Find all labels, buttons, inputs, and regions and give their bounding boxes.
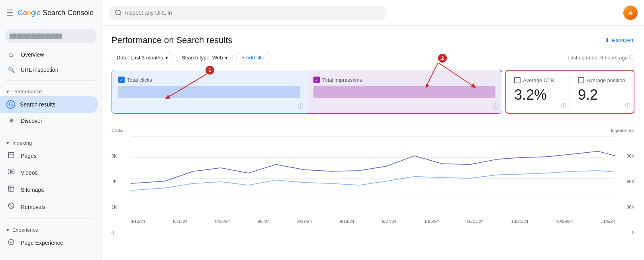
google-g-icon: G	[6, 100, 15, 109]
property-selector[interactable]: ▓▓▓▓▓▓▓▓▓▓▓▓▓▓▓	[5, 29, 97, 43]
page-header: Performance on Search results ⬇ EXPORT	[112, 35, 634, 45]
export-label: EXPORT	[612, 37, 634, 43]
performance-section-header[interactable]: ▾ Performance	[0, 84, 102, 96]
metric-card-position: Average position 9.2 ⓘ	[570, 71, 634, 113]
hamburger-icon[interactable]: ☰	[6, 8, 14, 18]
chart-svg-container	[131, 120, 615, 217]
y-axis-right: Impressions 90K 60K 30K 0	[611, 128, 634, 235]
position-label: Average position	[587, 77, 625, 83]
sidebar-item-label: URL inspection	[21, 67, 58, 73]
divider-3	[6, 219, 95, 219]
total-impressions-checkbox[interactable]: ✓	[313, 77, 320, 83]
sidebar-item-page-experience[interactable]: Page Experience	[0, 234, 98, 251]
y-left-val-0: 0	[112, 230, 123, 235]
divider	[6, 80, 95, 81]
main-content: A Performance on Search results ⬇ EXPORT…	[102, 0, 644, 260]
sidebar-item-sitemaps[interactable]: Sitemaps	[0, 181, 98, 198]
x-label-2: 8/26/24	[215, 219, 230, 224]
filters-row: Date: Last 3 months ▾ Search type: Web ▾…	[112, 52, 634, 63]
total-impressions-label: Total impressions	[322, 77, 362, 83]
export-button[interactable]: ⬇ EXPORT	[605, 37, 634, 43]
position-checkbox[interactable]	[578, 77, 584, 83]
sitemaps-icon	[6, 185, 16, 194]
svg-point-9	[8, 239, 14, 245]
svg-line-8	[9, 204, 14, 208]
last-updated-text: Last updated: 6 hours ago	[568, 55, 628, 61]
x-axis-labels: 8/10/24 8/18/24 8/26/24 9/3/24 9/11/24 9…	[131, 219, 615, 224]
annotation-badge-1: 1	[206, 66, 214, 75]
sidebar-item-label: Sitemaps	[21, 187, 44, 193]
add-filter-label: + Add filter	[241, 55, 266, 61]
indexing-section-header[interactable]: ▾ Indexing	[0, 135, 102, 148]
add-filter-button[interactable]: + Add filter	[236, 52, 271, 63]
badge-2: 2	[438, 54, 447, 63]
y-right-0: 0	[611, 230, 634, 235]
sidebar-item-label: Search results	[20, 101, 55, 108]
sidebar-item-removals[interactable]: Removals	[0, 198, 98, 215]
url-search-input[interactable]	[125, 10, 381, 16]
x-label-7: 10/5/24	[424, 219, 439, 224]
annotation-badge-2: 2	[438, 54, 447, 63]
page-title: Performance on Search results	[112, 35, 232, 45]
removals-icon	[6, 202, 16, 211]
y-right-60k: 60K	[611, 179, 634, 184]
app-logo: Google Search Console	[18, 9, 94, 17]
home-icon: ⌂	[6, 50, 16, 59]
annotation-arrow-1	[163, 74, 211, 106]
experience-section-header[interactable]: ▾ Experience	[0, 222, 102, 234]
y-left-val-3k: 3K	[112, 154, 123, 158]
y-left-val-2k: 2K	[112, 179, 123, 184]
x-label-4: 9/11/24	[298, 219, 312, 224]
total-impressions-info-icon[interactable]: ⓘ	[493, 103, 499, 110]
svg-marker-3	[11, 170, 13, 173]
sidebar-item-url-inspection[interactable]: 🔍 URL inspection	[0, 63, 98, 77]
total-clicks-info-icon[interactable]: ⓘ	[298, 103, 303, 110]
last-updated: Last updated: 6 hours ago ⓘ	[568, 54, 634, 61]
total-clicks-checkbox[interactable]: ✓	[118, 77, 125, 83]
x-label-5: 9/19/24	[340, 219, 354, 224]
svg-point-10	[115, 10, 120, 15]
date-filter[interactable]: Date: Last 3 months ▾	[112, 52, 173, 63]
search-bar[interactable]	[108, 6, 387, 20]
sidebar-header: ☰ Google Search Console	[0, 0, 102, 26]
search-icon	[115, 9, 122, 16]
svg-rect-4	[8, 186, 14, 191]
top-bar: A	[102, 0, 644, 26]
y-right-30k: 30K	[611, 205, 634, 209]
chevron-down-icon: ▾	[225, 55, 228, 61]
metrics-section: 1 2	[112, 70, 634, 114]
y-left-val-1k: 1K	[112, 205, 123, 209]
chart-container: Clicks 3K 2K 1K 0 Impressions 90K 60K 30…	[112, 120, 634, 224]
x-label-9: 10/21/24	[511, 219, 529, 224]
section-label: Performance	[12, 89, 42, 95]
position-info-icon[interactable]: ⓘ	[625, 102, 630, 110]
sidebar-item-videos[interactable]: Videos	[0, 164, 98, 181]
search-icon: 🔍	[6, 67, 16, 73]
avatar[interactable]: A	[623, 6, 638, 20]
sidebar-item-label: Videos	[21, 169, 38, 176]
svg-rect-0	[8, 152, 14, 158]
search-type-filter[interactable]: Search type: Web ▾	[176, 52, 233, 63]
divider-2	[6, 132, 95, 132]
x-label-0: 8/10/24	[131, 219, 145, 224]
sidebar-item-search-results[interactable]: G Search results	[0, 96, 98, 113]
chevron-down-icon-2: ▾	[6, 140, 9, 146]
svg-line-11	[119, 14, 121, 15]
sidebar-item-label: Pages	[21, 153, 37, 159]
info-icon: ⓘ	[629, 54, 634, 61]
section-label-experience: Experience	[12, 227, 38, 233]
discover-icon: ✳	[6, 117, 16, 124]
chevron-down-icon: ▾	[6, 89, 9, 95]
sidebar-item-discover[interactable]: ✳ Discover	[0, 113, 98, 128]
ctr-label: Average CTR	[523, 77, 554, 83]
y-axis-left: Clicks 3K 2K 1K 0	[112, 128, 123, 235]
sidebar-item-pages[interactable]: Pages	[0, 148, 98, 164]
chevron-down-icon: ▾	[165, 55, 168, 61]
sidebar-item-overview[interactable]: ⌂ Overview	[0, 46, 98, 63]
ctr-info-icon[interactable]: ⓘ	[561, 102, 566, 110]
annotation-arrow-2	[426, 63, 526, 95]
x-label-8: 10/13/24	[466, 219, 483, 224]
section-label-indexing: Indexing	[12, 140, 32, 146]
position-value: 9.2	[578, 87, 626, 103]
sidebar-item-label: Page Experience	[21, 240, 63, 246]
